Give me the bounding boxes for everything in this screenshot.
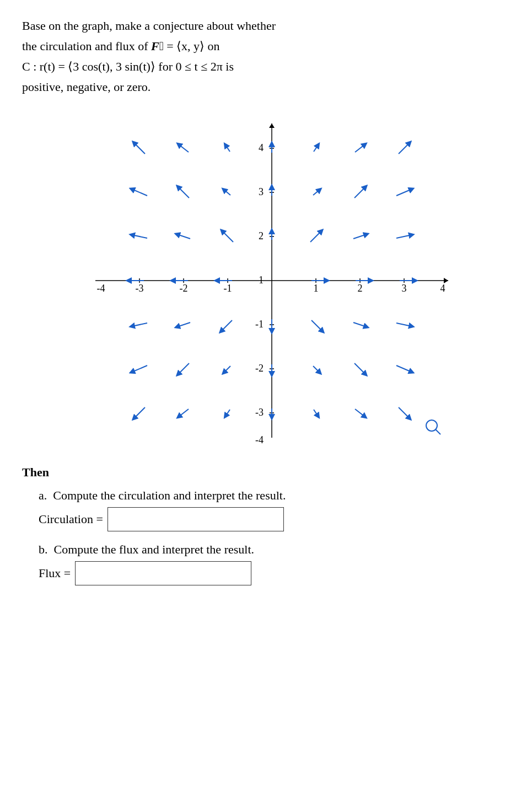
y-label-2: 2 [259,230,264,241]
flux-answer-row: Flux = [39,561,510,585]
x-label-neg2: -2 [179,283,187,294]
svg-line-21 [355,144,365,152]
svg-line-45 [221,320,232,331]
then-label: Then [22,465,510,480]
problem-line3: C : r(t) = ⟨3 cos(t), 3 sin(t)⟩ for 0 ≤ … [22,57,510,76]
circulation-label: Circulation = [39,512,103,526]
svg-line-22 [399,143,410,154]
x-label-3: 3 [401,283,406,294]
svg-line-48 [353,322,367,327]
problem-line4: positive, negative, or zero. [22,78,510,96]
x-label-neg3: -3 [135,283,143,294]
svg-line-63 [399,407,410,418]
svg-line-62 [355,409,365,417]
svg-line-57 [134,407,145,418]
y-label-neg2: -2 [255,363,264,374]
svg-line-20 [314,145,318,152]
flux-input[interactable] [75,561,251,585]
flux-label: Flux = [39,566,71,580]
svg-line-17 [179,144,189,152]
svg-line-27 [313,190,320,195]
svg-line-36 [396,235,412,238]
part-b: b. Compute the flux and interpret the re… [39,542,510,585]
svg-line-25 [224,190,230,195]
then-section: Then a. Compute the circulation and inte… [22,465,510,585]
svg-line-43 [132,323,147,326]
part-a-label: a. Compute the circulation and interpret… [39,488,510,503]
y-label-4: 4 [259,142,264,153]
circulation-input[interactable] [108,507,284,531]
x-label-neg1: -1 [223,283,232,294]
svg-line-35 [353,234,367,239]
svg-line-56 [396,365,412,372]
y-label-neg4: -4 [255,434,264,445]
svg-line-55 [354,363,366,374]
svg-marker-3 [269,123,275,128]
part-a: a. Compute the circulation and interpret… [39,488,510,531]
problem-statement: Base on the graph, make a conjecture abo… [22,17,510,96]
svg-line-49 [396,323,412,326]
svg-line-24 [178,187,189,198]
x-label-4: 4 [440,283,445,294]
svg-line-23 [132,189,147,196]
svg-line-47 [311,320,323,331]
svg-line-59 [225,410,230,416]
svg-line-30 [132,235,147,238]
y-label-1: 1 [259,275,264,286]
x-label-neg4: -4 [96,283,105,294]
vector-field-svg: -4 -3 -2 -1 1 2 3 4 4 3 2 1 -1 -2 -3 -4 [79,107,454,449]
svg-line-32 [222,231,233,242]
svg-line-29 [396,189,412,196]
y-label-3: 3 [259,186,264,197]
svg-line-51 [178,363,189,374]
svg-line-31 [177,234,190,239]
svg-line-65 [436,429,440,434]
svg-line-52 [224,366,230,373]
svg-line-34 [310,231,321,242]
svg-line-16 [134,143,145,154]
y-label-neg3: -3 [255,407,264,418]
problem-line2: the circulation and flux of F⃗ = ⟨x, y⟩ … [22,37,510,55]
x-label-1: 1 [313,283,318,294]
y-label-neg1: -1 [255,319,264,330]
svg-line-50 [132,365,147,372]
svg-line-61 [314,410,318,416]
graph-container: -4 -3 -2 -1 1 2 3 4 4 3 2 1 -1 -2 -3 -4 [22,107,510,449]
svg-line-58 [179,409,189,417]
svg-line-18 [225,145,230,152]
part-b-label: b. Compute the flux and interpret the re… [39,542,510,557]
svg-line-54 [313,366,320,373]
problem-line1: Base on the graph, make a conjecture abo… [22,17,510,35]
x-label-2: 2 [357,283,362,294]
circulation-answer-row: Circulation = [39,507,510,531]
svg-line-28 [354,187,366,198]
svg-line-44 [177,322,190,327]
